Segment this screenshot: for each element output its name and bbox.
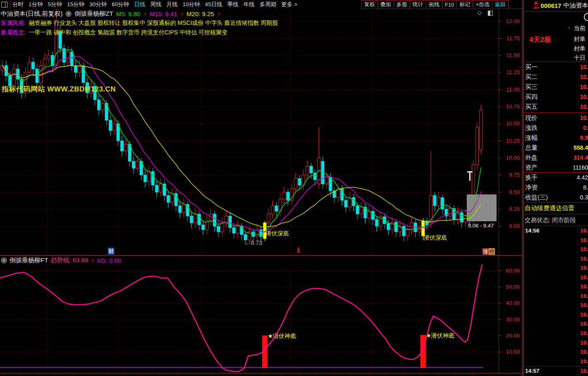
period-tab-60分钟[interactable]: 60分钟: [112, 1, 129, 8]
mouse-cursor-icon: [467, 171, 473, 181]
row-label: 收益(三): [525, 194, 548, 201]
metric-values: 换手4.42净资8.收益(三)0.3: [523, 172, 588, 203]
tool-button-画线[interactable]: 画线: [426, 0, 442, 9]
table-row: 买二10.: [523, 72, 588, 82]
watermark: 指标代码网站 WWW.ZBDM123.CN: [2, 84, 116, 94]
main-chart[interactable]: 12.0011.7511.5011.2511.0010.7510.5010.25…: [0, 0, 522, 376]
period-tab-季线[interactable]: 季线: [227, 1, 238, 8]
table-row: 买五10.: [523, 102, 588, 112]
concept-items[interactable]: 一带一路 碳中和 创投概念 氢能源 数字货币 跨境支付CIPS 中特估 可控核聚…: [29, 29, 228, 36]
tick-price: 10.: [580, 246, 588, 252]
tool-button-复权[interactable]: 复权: [361, 0, 378, 9]
tick-price: 10.: [580, 237, 588, 243]
up-arrow-icon: ↑: [217, 10, 221, 17]
period-tab-月线[interactable]: 月线: [166, 1, 178, 8]
sub-indicator-name: 倒拔垂杨柳FT: [10, 256, 48, 264]
window-layout-icon[interactable]: [1, 2, 7, 7]
tick-row: 10.: [523, 338, 588, 348]
money-marker-icon[interactable]: ▲$: [295, 246, 301, 253]
rank-badge-zhang[interactable]: 涨: [482, 248, 489, 255]
tool-button-标记[interactable]: 标记: [456, 0, 473, 9]
tool-button-F10[interactable]: F10: [442, 0, 457, 9]
style-items[interactable]: 融资融券 行业龙头 大盘股 股权转让 股权集中 深股通标的 MSCI成份 中字头…: [29, 19, 278, 26]
trend-value: 趋势线: 63.69: [50, 256, 88, 264]
tick-price: 10.: [580, 293, 588, 299]
period-tab-年线[interactable]: 年线: [243, 1, 254, 8]
period-tab-10分钟[interactable]: 10分钟: [182, 1, 200, 8]
price-axis-label: 11.25: [506, 69, 520, 75]
tick-price: 10.: [580, 256, 588, 262]
price-axis-label: 11.00: [506, 86, 520, 93]
rank-badge[interactable]: 涨 榜: [482, 248, 495, 255]
price-axis-label: 12.00: [506, 18, 520, 24]
tool-button-统计[interactable]: 统计: [410, 0, 426, 9]
period-tab-30分钟[interactable]: 30分钟: [89, 1, 107, 8]
low-price-annotation: ←8.73: [245, 239, 262, 246]
period-tab-15分钟[interactable]: 15分钟: [67, 1, 84, 8]
rank-badge-bang[interactable]: 榜: [489, 248, 495, 255]
chevron-down-icon[interactable]: ∨: [65, 11, 72, 17]
signal-label-1: 潜伏深底: [266, 230, 289, 237]
tool-button-+自选[interactable]: +自选: [473, 0, 492, 9]
chart-title-row: 中油资本(日线,前复权) ∨ 倒拔垂杨柳ZT M5: 9.80↑ M10: 9.…: [1, 10, 221, 18]
table-row: 总量558.4: [523, 143, 588, 153]
period-tab-多周期[interactable]: 多周期: [259, 1, 276, 8]
period-tab-更多 >[interactable]: 更多 >: [281, 1, 298, 8]
table-row: 买一10.: [523, 62, 588, 72]
tick-price: 10.: [580, 302, 588, 308]
table-row: 资产11160: [523, 163, 588, 172]
finance-badge[interactable]: 财: [108, 248, 114, 254]
tick-row: 10.: [523, 236, 588, 245]
price-axis-label: 9.75: [509, 172, 520, 178]
board-row-0: 当前: [574, 25, 586, 32]
price-axis-label: 10.25: [506, 138, 520, 144]
sub-indicator-header: ∨ 倒拔垂杨柳FT 趋势线: 63.69↑ XG: 0.00: [1, 256, 121, 264]
row-value: 8.: [583, 184, 588, 191]
table-row: 现价10.: [523, 113, 588, 123]
tick-price: 10.: [580, 349, 588, 355]
period-tab-45日线[interactable]: 45日线: [205, 1, 222, 8]
period-tab-周线[interactable]: 周线: [150, 1, 161, 8]
board-row-3: 十日: [574, 54, 586, 62]
table-row: 涨跌0.: [523, 123, 588, 133]
row-value: 9.9: [580, 134, 588, 141]
renewal-notice[interactable]: 自动续费通达信普: [523, 203, 588, 214]
period-tab-5分钟[interactable]: 5分钟: [48, 1, 62, 8]
tick-price: 10.: [580, 228, 588, 234]
clipped-circle-icon: [584, 13, 588, 21]
up-arrow-icon: ↑: [180, 10, 184, 17]
period-tab-1分钟[interactable]: 1分钟: [29, 1, 43, 8]
signal-label-2: 潜伏深底: [424, 234, 447, 242]
row-value: 0.3: [580, 194, 588, 201]
period-tab-日线[interactable]: 日线: [134, 1, 145, 8]
sub-signal-label: ★潜伏神底: [268, 333, 296, 339]
quote-values: 现价10.涨跌0.涨幅9.9总量558.4外盘314.4资产11160: [523, 113, 588, 172]
sub-signal-label: ★潜伏神底: [426, 332, 454, 339]
tick-row: 10.: [523, 301, 588, 310]
price-axis-label: 9.50: [509, 189, 520, 195]
split-panel-icon[interactable]: [488, 11, 493, 16]
row-value: 558.4: [574, 144, 588, 151]
row-label: 换手: [525, 174, 538, 182]
tool-button-返回[interactable]: 返回: [492, 0, 509, 9]
row-label: 净资: [525, 184, 538, 192]
tool-button-多股[interactable]: 多股: [394, 0, 410, 9]
tick-row: 14:5710.: [523, 366, 588, 376]
diamond-icon[interactable]: ◇: [478, 10, 482, 16]
indicator-name: 倒拔垂杨柳ZT: [74, 10, 113, 18]
style-tags-row: 新属风格: 融资融券 行业龙头 大盘股 股权转让 股权集中 深股通标的 MSCI…: [1, 19, 278, 27]
concept-tags-row: 新属概念: 一带一路 碳中和 创投概念 氢能源 数字货币 跨境支付CIPS 中特…: [1, 29, 228, 36]
period-tab-分时[interactable]: 分时: [12, 1, 24, 8]
row-value: 4.42: [577, 174, 588, 181]
concept-label: 新属概念:: [1, 29, 26, 36]
tick-time: 14:56: [525, 228, 540, 234]
tool-button-叠加[interactable]: 叠加: [377, 0, 394, 9]
tick-price: 10.: [580, 340, 588, 346]
stock-header[interactable]: R 300 000617 中油资本: [523, 0, 588, 12]
row-label: 买二: [525, 73, 538, 81]
ma20-value: M20: 9.25: [187, 10, 214, 17]
range-annotation: 9.06 - 9.47: [468, 223, 494, 229]
chevron-down-icon[interactable]: ∨: [1, 257, 7, 263]
table-row: 收益(三)0.3: [523, 192, 588, 202]
tick-row: 10.: [523, 254, 588, 264]
